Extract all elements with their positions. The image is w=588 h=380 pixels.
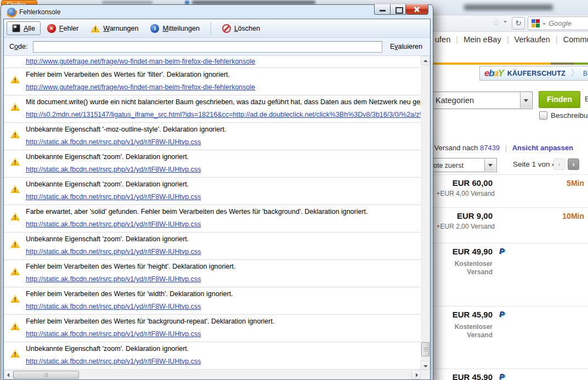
code-input[interactable] bbox=[33, 41, 382, 53]
scroll-left-button[interactable] bbox=[4, 370, 13, 379]
warning-icon bbox=[10, 130, 20, 138]
console-content: Alle Fehler Warnungen Mitteilungen bbox=[3, 19, 431, 380]
listing-row[interactable]: EUR 45,90 P KostenloserVersand bbox=[433, 306, 588, 368]
reload-button[interactable]: ↻ bbox=[512, 17, 525, 30]
description-checkbox-label[interactable]: Beschreibung bbox=[551, 111, 588, 120]
search-placeholder[interactable]: Google bbox=[549, 19, 572, 27]
filter-warnings-button[interactable]: Warnungen bbox=[85, 21, 144, 35]
dropdown-arrow-icon[interactable] bbox=[520, 93, 532, 108]
shipping-to-label: Versand nach bbox=[434, 144, 478, 152]
prev-page-button[interactable]: ‹ bbox=[553, 158, 565, 170]
entry-link[interactable]: http://static.ak.fbcdn.net/rsrc.php/v1/y… bbox=[26, 138, 201, 146]
vertical-scrollbar-thumb[interactable] bbox=[421, 342, 429, 356]
code-label: Code: bbox=[9, 43, 27, 50]
console-toolbar: Alle Fehler Warnungen Mitteilungen bbox=[4, 19, 430, 38]
clear-icon bbox=[222, 24, 231, 33]
paypal-icon: P bbox=[499, 247, 504, 256]
entry-link[interactable]: http://www.gutefrage.net/frage/wo-findet… bbox=[26, 58, 255, 66]
category-dropdown[interactable]: Kategorien bbox=[432, 92, 533, 109]
console-entry[interactable]: Farbe erwartet, aber 'solid' gefunden. F… bbox=[4, 205, 421, 232]
paypal-icon: P bbox=[499, 372, 504, 380]
listing-row[interactable]: EUR 60,00 +EUR 4,00 Versand 5Min bbox=[433, 174, 588, 207]
console-entry[interactable]: Mit document.write() wurde ein nicht bal… bbox=[4, 95, 421, 123]
listing-row[interactable]: EUR 45,90 P bbox=[433, 368, 588, 380]
scroll-up-button[interactable] bbox=[421, 56, 430, 65]
search-engine-dropdown-icon[interactable] bbox=[542, 23, 546, 25]
maximize-button[interactable] bbox=[390, 4, 406, 15]
entry-link[interactable]: http://static.ak.fbcdn.net/rsrc.php/v1/y… bbox=[26, 248, 201, 256]
vertical-scrollbar[interactable] bbox=[421, 56, 430, 370]
clear-button[interactable]: Löschen bbox=[217, 21, 265, 36]
console-entry[interactable]: Fehler beim Verarbeiten des Wertes für '… bbox=[4, 287, 421, 315]
tab-favicon bbox=[185, 1, 189, 4]
warning-icon bbox=[91, 24, 100, 32]
bookmark-star-icon[interactable]: ☆ bbox=[492, 17, 500, 29]
blurred-active-tab-title[interactable] bbox=[192, 1, 315, 4]
window-title: Fehlerkonsole bbox=[19, 8, 60, 16]
entry-link[interactable]: http://static.ak.fbcdn.net/rsrc.php/v1/y… bbox=[26, 303, 201, 311]
buyer-protection-badge: ebaY KÄUFERSCHUTZ 〉 Bei E bbox=[479, 66, 588, 81]
nav-item-verkaufen[interactable]: Verkaufen bbox=[514, 35, 550, 44]
listing-row[interactable]: EUR 49,90 P KostenloserVersand bbox=[433, 243, 588, 306]
listing-row[interactable]: EUR 9,00 +EUR 2,00 Versand 10Min bbox=[433, 207, 588, 243]
close-button[interactable] bbox=[406, 4, 428, 15]
filter-all-button[interactable]: Alle bbox=[7, 21, 41, 35]
dropdown-arrow-icon[interactable] bbox=[484, 159, 496, 171]
horizontal-scrollbar-thumb[interactable] bbox=[13, 371, 79, 379]
console-entry[interactable]: Fehler beim Verarbeiten des Wertes für '… bbox=[4, 315, 421, 342]
zip-link[interactable]: 87439 bbox=[480, 144, 500, 152]
buyer-protection-label: KÄUFERSCHUTZ bbox=[507, 70, 566, 77]
bookmark-dropdown-icon[interactable] bbox=[504, 21, 507, 23]
entry-link[interactable]: http://static.ak.fbcdn.net/rsrc.php/v1/y… bbox=[26, 166, 201, 174]
evaluate-button[interactable]: Evaluieren bbox=[388, 41, 425, 52]
console-entry[interactable]: Unbekannte Eigenschaft 'zoom'. Deklarati… bbox=[4, 342, 421, 370]
warning-icon bbox=[10, 75, 20, 83]
scroll-down-button[interactable] bbox=[421, 361, 430, 370]
scroll-right-button[interactable] bbox=[411, 370, 421, 379]
nav-item-community[interactable]: Community bbox=[563, 35, 588, 44]
find-button[interactable]: Finden bbox=[539, 91, 580, 108]
entry-link[interactable]: http://static.ak.fbcdn.net/rsrc.php/v1/y… bbox=[26, 275, 201, 283]
code-entry-bar: Code: Evaluieren bbox=[4, 38, 430, 56]
filter-messages-button[interactable]: Mitteilungen bbox=[145, 21, 205, 36]
entry-link[interactable]: http://static.ak.fbcdn.net/rsrc.php/v1/y… bbox=[26, 193, 201, 201]
warning-icon bbox=[10, 240, 20, 248]
nav-item-mein-ebay[interactable]: Mein eBay bbox=[463, 35, 501, 44]
console-entry[interactable]: http://www.gutefrage.net/frage/wo-findet… bbox=[4, 56, 421, 68]
google-logo-icon[interactable] bbox=[532, 19, 540, 27]
entry-link[interactable]: http://www.gutefrage.net/frage/wo-findet… bbox=[26, 83, 255, 92]
info-icon bbox=[150, 24, 159, 33]
console-entry[interactable]: Fehler beim Verarbeiten des Wertes für '… bbox=[4, 260, 421, 287]
advanced-link-partial[interactable]: E bbox=[585, 95, 588, 103]
filter-errors-button[interactable]: Fehler bbox=[42, 21, 84, 36]
console-entry[interactable]: Unbekannte Eigenschaft 'zoom'. Deklarati… bbox=[4, 178, 421, 205]
nav-item-kaufen-partial[interactable]: ufen bbox=[435, 35, 450, 44]
horizontal-scrollbar[interactable] bbox=[4, 370, 430, 379]
entry-link[interactable]: http://static.ak.fbcdn.net/rsrc.php/v1/y… bbox=[26, 358, 201, 366]
console-entry[interactable]: Unbekannte Eigenschaft '-moz-outline-sty… bbox=[4, 123, 421, 150]
entry-message: Fehler beim Verarbeiten des Wertes für '… bbox=[26, 290, 417, 298]
chevron-right-icon: 〉 bbox=[570, 67, 579, 79]
console-entry[interactable]: Fehler beim Verarbeiten des Wertes für '… bbox=[4, 68, 421, 95]
item-price: EUR 60,00 bbox=[433, 178, 493, 188]
next-page-button[interactable]: › bbox=[568, 158, 579, 170]
sort-dropdown-value: ote zuerst bbox=[433, 162, 463, 169]
blurred-page-title bbox=[464, 4, 553, 10]
entry-message: Mit document.write() wurde ein nicht bal… bbox=[26, 98, 417, 106]
window-titlebar[interactable]: Fehlerkonsole bbox=[3, 5, 431, 19]
console-entry[interactable]: Unbekannte Eigenschaft 'zoom'. Deklarati… bbox=[4, 232, 421, 260]
warning-icon bbox=[10, 157, 20, 166]
entry-link[interactable]: http://static.ak.fbcdn.net/rsrc.php/v1/y… bbox=[26, 330, 201, 338]
sort-dropdown[interactable]: ote zuerst bbox=[431, 158, 497, 172]
customize-view-link[interactable]: Ansicht anpassen bbox=[512, 144, 573, 152]
search-bar[interactable]: Google bbox=[528, 16, 588, 30]
minimize-button[interactable] bbox=[374, 4, 390, 15]
entry-message: Unbekannte Eigenschaft 'zoom'. Deklarati… bbox=[26, 345, 417, 353]
entry-link[interactable]: http://static.ak.fbcdn.net/rsrc.php/v1/y… bbox=[26, 220, 201, 229]
warning-icon bbox=[10, 322, 20, 330]
console-entry[interactable]: Unbekannte Eigenschaft 'zoom'. Deklarati… bbox=[4, 150, 421, 178]
screen: Firefox ☆ ↻ Google ufen| Mein eBay| Verk… bbox=[0, 0, 588, 380]
entry-message: Farbe erwartet, aber 'solid' gefunden. F… bbox=[26, 208, 417, 216]
entry-link[interactable]: http://s0.2mdn.net/1315147/ligatus_ifram… bbox=[26, 111, 421, 119]
description-checkbox[interactable] bbox=[539, 111, 547, 120]
